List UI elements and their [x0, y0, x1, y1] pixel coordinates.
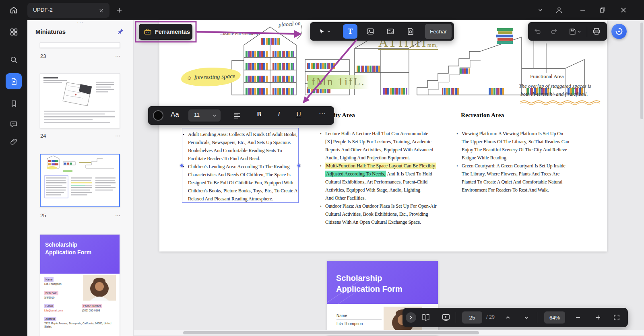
- doc-text-line: Cultural Exhibitions, Art Performances, …: [325, 178, 437, 186]
- home-icon: [9, 6, 18, 14]
- zoom-out-button[interactable]: [571, 310, 585, 325]
- chevron-down-icon: [538, 8, 543, 13]
- image-tool-icon: [366, 27, 374, 35]
- doc-text-line: And Other Facilities.: [325, 194, 437, 202]
- thumbnail-page-25-selected[interactable]: [40, 154, 120, 207]
- tab-title: UPDF-2: [33, 7, 53, 13]
- doc-text-line-highlighted: Adjusted According To Needs, And It Is U…: [325, 170, 437, 178]
- form-field-line: [336, 320, 382, 320]
- search-button[interactable]: [6, 52, 22, 68]
- previous-page-button[interactable]: [501, 310, 515, 325]
- minimize-button[interactable]: [574, 0, 591, 20]
- chevron-up-icon: [505, 315, 511, 320]
- account-button[interactable]: [551, 0, 568, 20]
- vertical-scrollbar-thumb[interactable]: [640, 23, 643, 119]
- select-tool-button[interactable]: [314, 24, 335, 39]
- field-value: 7425 Maple Avenue, Sunnyvale, California…: [44, 322, 116, 328]
- doc-text-line: Planted To Create A Quiet And Comfortabl…: [462, 178, 569, 186]
- text-tool-button-active[interactable]: T: [343, 24, 357, 39]
- minus-icon: [575, 315, 581, 320]
- left-icon-rail: [0, 20, 27, 336]
- document-tab[interactable]: UPDF-2: [27, 3, 109, 18]
- printer-icon: [592, 27, 601, 35]
- orange-squiggle-underline: [520, 99, 602, 105]
- zoom-in-button[interactable]: [591, 310, 605, 325]
- pin-icon[interactable]: [117, 28, 125, 36]
- font-family-button[interactable]: Aa: [171, 111, 179, 119]
- recreation-column-text[interactable]: •Viewing Platform: A Viewing Platform Is…: [462, 130, 569, 194]
- form-tool-button[interactable]: [383, 24, 398, 39]
- doc-text-line: •Green Courtyard: A Green Courtyard Is S…: [462, 162, 569, 170]
- align-button[interactable]: [233, 112, 241, 119]
- reader-view-button[interactable]: [419, 310, 433, 325]
- thumbnail-page-26[interactable]: Scholarship Application Form Name Lila T…: [40, 234, 120, 336]
- attachments-button[interactable]: [6, 134, 22, 150]
- horizontal-scrollbar-track[interactable]: [134, 330, 644, 335]
- updf-ai-icon: [615, 27, 623, 36]
- ferramentas-button[interactable]: Ferramentas: [139, 24, 192, 40]
- save-button[interactable]: [565, 24, 584, 39]
- doc-text-line: [X] People Is Set Up For Lectures, Train…: [325, 138, 437, 146]
- plus-icon: [595, 315, 601, 320]
- bold-button[interactable]: B: [257, 110, 261, 118]
- image-tool-button[interactable]: [363, 24, 378, 39]
- underline-button[interactable]: U: [296, 110, 301, 118]
- scholarship-title-2: Application Form: [336, 284, 402, 295]
- thumb-more-button[interactable]: ⋯: [115, 53, 121, 59]
- page-tool-button[interactable]: [403, 24, 418, 39]
- undo-button[interactable]: [530, 24, 545, 39]
- doc-text-line-highlighted: •Multi-Function Hall: The Space Layout C…: [325, 162, 437, 170]
- redo-button[interactable]: [547, 24, 561, 39]
- tab-close-icon[interactable]: [97, 6, 105, 15]
- selected-text-box[interactable]: •Adult Lending Area: Collects All Kinds …: [182, 128, 299, 203]
- updf-ai-button[interactable]: [611, 24, 627, 39]
- thumb-more-button[interactable]: ⋯: [115, 133, 121, 139]
- fullscreen-button[interactable]: [609, 310, 624, 325]
- new-tab-button[interactable]: [114, 5, 124, 15]
- main-document-area: placed on ...ksture For Children ☺ Inter…: [134, 20, 644, 336]
- more-format-options-button[interactable]: ⋯: [319, 109, 326, 118]
- ferramentas-label: Ferramentas: [155, 29, 190, 35]
- field-label: Address: [44, 317, 56, 321]
- doc-text-line: Enjoy The Beautiful Scenery Of The City …: [462, 146, 569, 154]
- expand-button[interactable]: [406, 312, 416, 323]
- activity-column-text[interactable]: •Lecture Hall: A Lecture Hall That Can A…: [325, 130, 437, 226]
- font-size-select[interactable]: 11: [188, 109, 221, 122]
- page-number-value: 25: [469, 315, 475, 321]
- italic-button[interactable]: I: [278, 110, 280, 118]
- zoom-level-select[interactable]: 64%: [544, 311, 565, 324]
- comments-button[interactable]: [6, 116, 22, 132]
- field-label: Phone Number: [82, 304, 102, 308]
- doc-text-line: •Lecture Hall: A Lecture Hall That Can A…: [325, 130, 437, 138]
- next-page-button[interactable]: [519, 310, 534, 325]
- horizontal-scrollbar-thumb[interactable]: [183, 331, 479, 334]
- close-button[interactable]: [614, 0, 633, 20]
- close-icon: [621, 7, 626, 13]
- field-label: Name: [44, 277, 54, 282]
- bookmarks-button[interactable]: [6, 95, 22, 111]
- page-number-input[interactable]: 25: [462, 311, 482, 324]
- apps-grid-button[interactable]: [6, 24, 22, 40]
- titlebar-chevron-button[interactable]: [532, 0, 548, 20]
- home-button[interactable]: [0, 0, 27, 20]
- doc-text-line: Designed To Be Full Of Childlike Fun, Eq…: [188, 179, 297, 187]
- print-button[interactable]: [589, 24, 604, 39]
- thumbnail-page-23[interactable]: [40, 42, 120, 48]
- thumbnails-panel-button[interactable]: [6, 73, 22, 89]
- thumb-page-number: 23: [40, 53, 46, 59]
- titlebar: UPDF-2: [0, 0, 644, 20]
- doc-text-line: Audio, Lighting And Projection Equipment…: [325, 154, 437, 162]
- book-open-icon: [421, 313, 430, 322]
- restore-button[interactable]: [594, 0, 611, 20]
- panel-grip[interactable]: ···: [71, 20, 90, 25]
- chevron-down-icon: [327, 29, 331, 33]
- slideshow-view-button[interactable]: [439, 310, 453, 325]
- fechar-button[interactable]: Fechar: [425, 24, 452, 39]
- functional-area-title: Functional Area: [530, 73, 564, 80]
- thumbnail-page-24[interactable]: [40, 73, 120, 128]
- file-actions-toolbar: [528, 22, 607, 41]
- thumb-more-button[interactable]: ⋯: [115, 212, 121, 219]
- stylized-text-annotation-2: fMn 1ifL.: [308, 75, 369, 89]
- form-name-value: Lila Thompson: [336, 322, 363, 326]
- font-color-swatch[interactable]: [153, 110, 163, 121]
